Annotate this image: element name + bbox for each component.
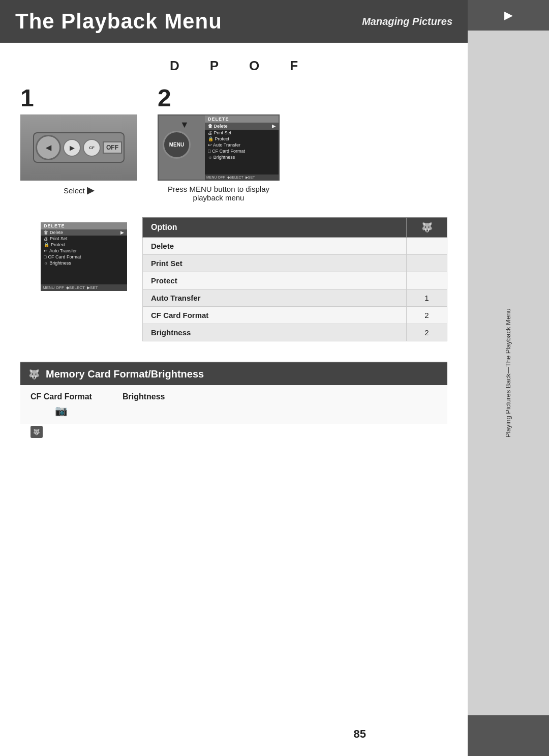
table-cell-printset: Print Set bbox=[143, 255, 407, 272]
table-cell-protect: Protect bbox=[143, 272, 407, 289]
table-cell-cfformat: CF Card Format bbox=[143, 307, 407, 324]
dpof-row: D P O F bbox=[0, 43, 468, 79]
dpof-d: D bbox=[170, 58, 179, 74]
dpof-o: O bbox=[249, 58, 259, 74]
bottom-content: CF Card Format 📷 Brightness bbox=[20, 385, 447, 424]
table-header-icon: 🐺 bbox=[407, 218, 447, 238]
table-cell-cfformat-val: 2 bbox=[407, 307, 447, 324]
step-2-line2: playback menu bbox=[193, 193, 245, 202]
menu-autotransfer-item: ↩Auto Transfer bbox=[41, 248, 127, 254]
table-row: Delete bbox=[143, 238, 447, 255]
sidebar-top-icon: ▶ bbox=[468, 0, 549, 31]
step-2-label: Press MENU button to display playback me… bbox=[168, 185, 269, 202]
dpof-f: F bbox=[290, 58, 298, 74]
table-cell-brightness-val: 2 bbox=[407, 324, 447, 341]
step-1-number: 1 bbox=[20, 84, 34, 112]
bottom-header-icon: 🐺 bbox=[28, 369, 40, 380]
table-cell-protect-val bbox=[407, 272, 447, 289]
step-1-image: ◀ ▶ CF OFF bbox=[20, 114, 137, 181]
step-1: 1 ◀ ▶ CF OFF Select ▶ bbox=[20, 84, 137, 196]
bottom-section: 🐺 Memory Card Format/Brightness CF Card … bbox=[20, 362, 447, 443]
wolf-icon: 🐺 bbox=[30, 426, 43, 438]
bottom-col-brightness: Brightness bbox=[123, 392, 165, 417]
step-1-label: Select ▶ bbox=[64, 185, 94, 196]
bottom-col2-label: Brightness bbox=[123, 392, 165, 401]
step-2: 2 MENU ▼ DELETE 🗑 Delete▶ 🖨 Print Set 🔒 … bbox=[158, 84, 280, 202]
small-menu-header: DELETE bbox=[41, 222, 127, 229]
menu-brightness-item: ☼Brightness bbox=[41, 260, 127, 266]
menu-delete-item: 🗑Delete▶ bbox=[41, 229, 127, 236]
table-cell-brightness: Brightness bbox=[143, 324, 407, 341]
table-row: CF Card Format 2 bbox=[143, 307, 447, 324]
table-cell-autotransfer: Auto Transfer bbox=[143, 289, 407, 307]
table-cell-delete: Delete bbox=[143, 238, 407, 255]
table-cell-printset-val bbox=[407, 255, 447, 272]
small-menu-image: DELETE 🗑Delete▶ 🖨Print Set 🔒Protect ↩Aut… bbox=[41, 222, 127, 291]
page-header: The Playback Menu Managing Pictures bbox=[0, 0, 468, 43]
table-cell-autotransfer-val: 1 bbox=[407, 289, 447, 307]
step-2-line1: Press MENU button to display bbox=[168, 185, 269, 193]
options-table: Option 🐺 Delete Print Set Protect bbox=[142, 217, 447, 341]
steps-section: 1 ◀ ▶ CF OFF Select ▶ bbox=[0, 79, 468, 212]
step-2-number: 2 bbox=[158, 84, 171, 112]
main-content: The Playback Menu Managing Pictures D P … bbox=[0, 0, 468, 756]
step-1-arrow: ▶ bbox=[87, 185, 94, 196]
menu-protect-item: 🔒Protect bbox=[41, 242, 127, 248]
table-row: Auto Transfer 1 bbox=[143, 289, 447, 307]
menu-printset-item: 🖨Print Set bbox=[41, 236, 127, 242]
table-row: Print Set bbox=[143, 255, 447, 272]
page-number: 85 bbox=[354, 728, 366, 741]
table-row: Protect bbox=[143, 272, 447, 289]
bottom-col1-label: CF Card Format bbox=[30, 392, 92, 401]
bottom-section-header: 🐺 Memory Card Format/Brightness bbox=[20, 363, 447, 385]
table-cell-delete-val bbox=[407, 238, 447, 255]
sidebar-dark-block bbox=[468, 715, 549, 756]
subtitle: Managing Pictures bbox=[362, 16, 452, 27]
dpof-p: P bbox=[210, 58, 219, 74]
step-1-label-text: Select bbox=[64, 186, 87, 195]
sidebar-text: Playing Pictures Back—The Playback Menu bbox=[468, 31, 549, 715]
options-section: DELETE 🗑Delete▶ 🖨Print Set 🔒Protect ↩Aut… bbox=[0, 212, 468, 352]
small-menu-footer: MENU OFF◆SELECT▶SET bbox=[41, 284, 127, 291]
page-title: The Playback Menu bbox=[15, 9, 222, 34]
table-header-option: Option bbox=[143, 218, 407, 238]
camera-icon: 📷 bbox=[55, 404, 68, 417]
table-row: Brightness 2 bbox=[143, 324, 447, 341]
menu-cfformat-item: □CF Card Format bbox=[41, 254, 127, 260]
bottom-wolf-row: 🐺 bbox=[20, 424, 447, 443]
bottom-header-text: Memory Card Format/Brightness bbox=[46, 368, 204, 380]
bottom-col-cfformat: CF Card Format 📷 bbox=[30, 392, 92, 417]
right-sidebar: ▶ Playing Pictures Back—The Playback Men… bbox=[468, 0, 549, 756]
